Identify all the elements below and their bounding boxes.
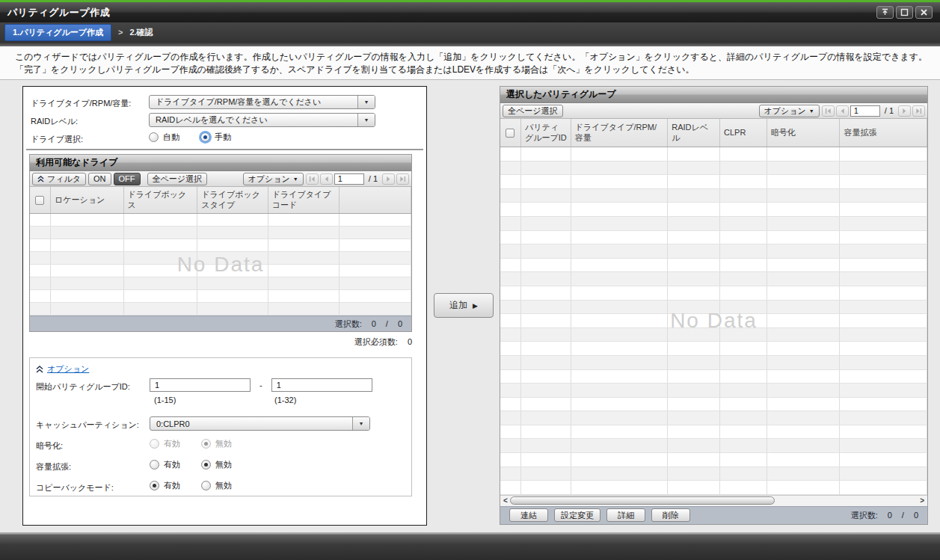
column-header[interactable]: RAIDレベル [668,119,720,147]
encryption-enabled-radio[interactable] [150,439,159,449]
table-cell [840,189,927,203]
table-cell [767,398,841,411]
scroll-right-icon[interactable]: > [920,497,924,505]
table-cell [124,227,198,239]
column-header[interactable]: 暗号化 [767,119,841,147]
drive-type-select[interactable]: ドライブタイプ/RPM/容量を選んでください ▼ [149,95,375,109]
parity-group-id-to-input[interactable] [271,378,372,392]
action-button[interactable]: 連結 [509,508,548,522]
cache-partition-select[interactable]: 0:CLPR0 ▼ [150,416,370,431]
prev-page-button[interactable] [836,105,849,117]
page-input[interactable] [334,173,364,185]
column-header[interactable]: ドライブボックスタイプ [197,187,268,213]
rollup-button[interactable] [876,6,894,19]
column-header[interactable] [340,187,411,213]
table-cell [840,217,927,230]
copyback-disabled-radio[interactable] [201,481,211,490]
maximize-button[interactable] [896,6,913,19]
selected-count: 0 [372,319,376,328]
table-row [500,244,927,259]
options-toggle[interactable]: オプション [36,363,89,375]
options-link[interactable]: オプション [47,363,89,375]
table-cell [500,231,521,244]
column-header[interactable]: 容量拡張 [840,119,927,147]
last-page-button[interactable] [912,105,925,117]
select-all-checkbox[interactable] [35,196,44,205]
table-cell [500,342,521,355]
drive-selection-label: ドライブ選択: [31,134,83,145]
options-menu-button[interactable]: オプション ▼ [243,173,304,185]
table-cell [500,384,521,397]
capacity-enabled-radio[interactable] [150,460,159,470]
prev-page-button[interactable] [320,173,333,185]
add-button[interactable]: 追加 ▶ [434,293,494,318]
table-cell [668,425,720,439]
table-cell [840,411,927,425]
section-divider [26,149,423,150]
last-page-button[interactable] [396,173,409,185]
action-button[interactable]: 削除 [651,508,690,522]
next-page-button[interactable] [382,173,395,185]
filter-off-button[interactable]: OFF [114,173,141,185]
capacity-enabled-label: 有効 [164,459,180,470]
scroll-left-icon[interactable]: < [503,497,508,505]
select-all-pages-button[interactable]: 全ページ選択 [503,105,563,117]
first-page-button[interactable] [822,105,835,117]
table-row [500,370,927,384]
table-cell [840,356,927,369]
collapse-up-icon [36,366,43,373]
cache-partition-label: キャッシュパーティション: [36,419,139,431]
scrollbar-track[interactable] [510,496,918,505]
table-cell [720,286,767,300]
table-cell [767,467,841,481]
raid-level-select[interactable]: RAIDレベルを選んでください ▼ [149,113,375,127]
page-input[interactable] [850,105,880,117]
capacity-disabled-radio[interactable] [201,460,211,470]
options-menu-button[interactable]: オプション ▼ [759,105,820,117]
column-header[interactable]: ロケーション [51,187,124,213]
description-line-2: 「完了」をクリックしパリティグループ作成の確認後終了するか、スペアドライブを割り… [15,64,940,76]
table-cell [521,189,571,203]
filter-on-button[interactable]: ON [88,173,111,185]
window-controls [876,6,933,19]
column-header[interactable]: ドライブタイプ/RPM/容量 [571,119,669,147]
table-cell [521,425,571,439]
table-cell [840,439,927,452]
table-row [500,161,927,176]
copyback-enabled-radio[interactable] [150,481,159,490]
selected-total: 0 [398,319,402,328]
next-page-button[interactable] [898,105,911,117]
table-cell [767,203,841,216]
table-cell [668,314,720,327]
filter-button[interactable]: フィルタ [32,173,86,185]
auto-radio[interactable] [149,132,159,142]
column-header[interactable]: CLPR [720,119,767,147]
manual-radio[interactable] [200,132,210,142]
table-cell [124,214,198,226]
table-cell [340,252,411,264]
select-all-pages-button[interactable]: 全ページ選択 [147,173,208,185]
table-cell [571,356,669,369]
table-cell [521,453,571,467]
column-header[interactable]: パリティグループID [521,119,571,147]
column-header[interactable]: ドライブボックス [124,187,198,213]
action-button[interactable]: 設定変更 [554,508,600,522]
encryption-disabled-radio[interactable] [201,439,211,449]
select-all-checkbox[interactable] [506,129,514,138]
table-cell [521,314,571,327]
first-page-button[interactable] [306,173,319,185]
available-drives-header: ロケーションドライブボックスドライブボックスタイプドライブタイプコード [30,187,411,214]
table-cell [767,189,841,203]
action-button[interactable]: 詳細 [606,508,645,522]
available-drives-footer: 選択数: 0 / 0 [30,316,411,331]
filter-collapse-icon [37,176,44,182]
parity-group-id-from-input[interactable] [150,378,251,392]
table-cell [51,265,124,277]
table-cell [571,398,669,411]
scrollbar-thumb[interactable] [510,496,775,505]
chevron-down-icon: ▼ [293,176,298,182]
close-button[interactable] [915,6,933,19]
add-button-label: 追加 [449,299,467,312]
column-header[interactable]: ドライブタイプコード [268,187,340,213]
parity-group-wizard-window: パリティグループ作成 1.パリティグループ作成 > 2.確認 このウィザードでは… [0,0,940,560]
